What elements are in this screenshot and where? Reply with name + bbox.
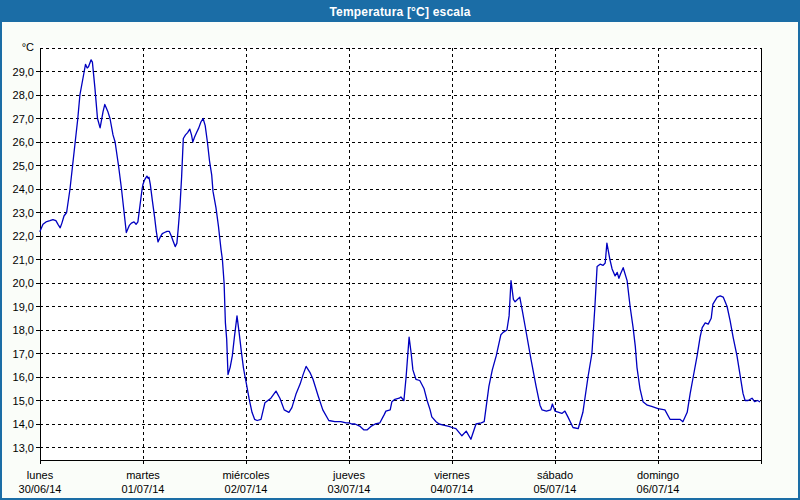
x-day-label: lunes: [27, 469, 54, 481]
y-tick-label: 14,0: [13, 418, 34, 430]
temperature-chart: 29,028,027,026,025,024,023,022,021,020,0…: [2, 22, 798, 498]
y-tick-label: 22,0: [13, 230, 34, 242]
x-day-label: miércoles: [222, 469, 270, 481]
x-date-label: 06/07/14: [637, 483, 680, 495]
y-tick-label: 16,0: [13, 371, 34, 383]
x-day-label: martes: [126, 469, 160, 481]
y-tick-label: 20,0: [13, 277, 34, 289]
y-tick-label: 17,0: [13, 348, 34, 360]
y-tick-label: 15,0: [13, 395, 34, 407]
x-date-label: 05/07/14: [534, 483, 577, 495]
y-tick-label: 28,0: [13, 89, 34, 101]
y-tick-label: 27,0: [13, 113, 34, 125]
x-day-label: viernes: [434, 469, 470, 481]
x-date-label: 02/07/14: [225, 483, 268, 495]
x-date-label: 04/07/14: [431, 483, 474, 495]
y-tick-label: 13,0: [13, 442, 34, 454]
y-tick-label: 18,0: [13, 324, 34, 336]
window-titlebar: Temperatura [°C] escala: [2, 2, 798, 22]
y-tick-label: 25,0: [13, 160, 34, 172]
y-tick-label: 23,0: [13, 207, 34, 219]
y-tick-label: 24,0: [13, 183, 34, 195]
x-day-label: jueves: [332, 469, 365, 481]
y-axis-unit-label: °C: [22, 41, 34, 53]
x-day-label: domingo: [637, 469, 679, 481]
x-date-label: 30/06/14: [19, 483, 62, 495]
window-title: Temperatura [°C] escala: [329, 5, 470, 19]
chart-window: Temperatura [°C] escala 29,028,027,026,0…: [0, 0, 800, 500]
y-tick-label: 29,0: [13, 66, 34, 78]
y-tick-label: 26,0: [13, 136, 34, 148]
x-date-label: 01/07/14: [122, 483, 165, 495]
y-tick-label: 21,0: [13, 254, 34, 266]
chart-content-area: 29,028,027,026,025,024,023,022,021,020,0…: [2, 22, 798, 498]
y-tick-label: 19,0: [13, 301, 34, 313]
x-date-label: 03/07/14: [328, 483, 371, 495]
x-day-label: sábado: [537, 469, 573, 481]
